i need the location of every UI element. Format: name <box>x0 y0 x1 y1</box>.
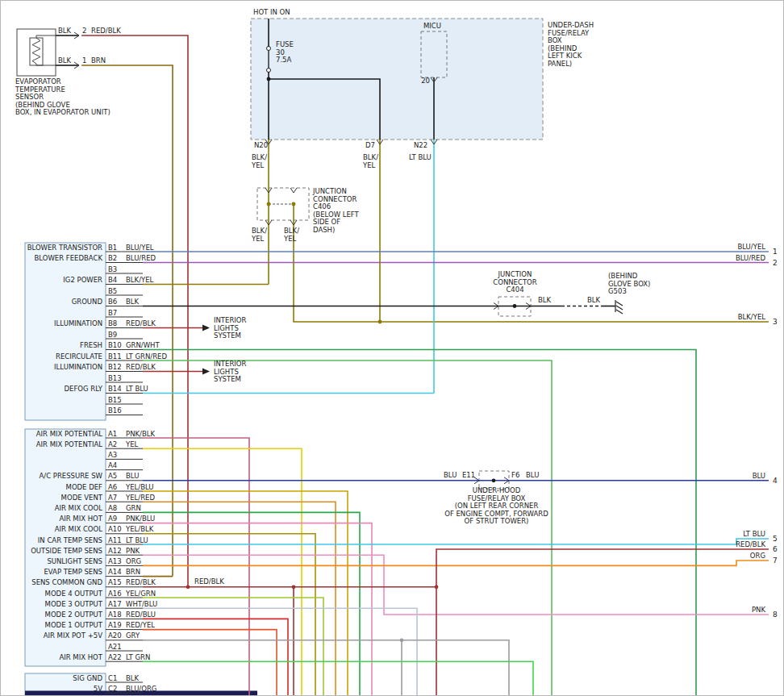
pin-function-label: 5V <box>94 685 102 693</box>
pin-wire-color: RED/YEL <box>126 621 155 629</box>
control-unit-connector-b <box>25 243 106 420</box>
pin-function-label: MODE VENT <box>61 494 103 502</box>
pin-function-label: SENS COMMON GND <box>31 578 102 586</box>
pin-number: A2 <box>108 440 117 448</box>
pin-wire-color: RED/BLK <box>126 363 156 371</box>
c404-wire-label-right: BLK <box>587 297 600 305</box>
pin-number: B7 <box>108 309 117 317</box>
pin-function-label: MODE 2 OUTPUT <box>45 611 103 619</box>
terminal-number: 8 <box>773 611 778 619</box>
pin-function-label: BLOWER FEEDBACK <box>34 254 102 262</box>
evaporator-sensor-label: EVAPORATOR TEMPERATURE SENSOR (BEHIND GL… <box>15 78 111 117</box>
ground-symbol-g503 <box>615 300 623 314</box>
pin-function-label: ILLUMINATION <box>54 363 102 371</box>
evap-pin2-harness-wire: RED/BLK <box>91 27 121 35</box>
wire-red-yel <box>143 630 277 696</box>
terminal-wire-label: ORG <box>750 552 765 560</box>
interior-lights-label-2: INTERIOR LIGHTS SYSTEM <box>214 361 246 384</box>
wire-yel-blk <box>143 534 315 696</box>
wire-pnk-blk <box>143 438 249 696</box>
pin-wire-color: GRN/WHT <box>126 341 161 349</box>
pin-number: B15 <box>108 396 122 404</box>
wire-red-blu <box>143 619 288 696</box>
pin-wire-color: BLK <box>126 674 140 682</box>
pin-wire-color: BLU/RED <box>126 254 156 262</box>
exit-wire-n22: LT BLU <box>409 154 432 162</box>
pin-function-label: IN CAR TEMP SENS <box>38 536 102 544</box>
evap-pin2-number: 2 <box>82 27 86 35</box>
exit-pin-n20: N20 <box>254 142 268 150</box>
pin-number: A6 <box>108 483 117 491</box>
pin-function-label: DEFOG RLY <box>65 385 103 393</box>
wire-lt-blu <box>143 539 769 544</box>
underhood-box-label: UNDER-HOOD FUSE/RELAY BOX (ON LEFT REAR … <box>414 487 579 526</box>
pin-function-label: IG2 POWER <box>63 276 102 284</box>
c406-exit-wire-2: BLK/ YEL <box>284 227 299 243</box>
junction-dot <box>378 320 382 324</box>
wire-org <box>143 561 769 565</box>
terminal-wire-label: RED/BLK <box>736 540 765 548</box>
interior-lights-arrow-1 <box>202 325 210 331</box>
connector-chevron-down-icon <box>290 188 297 193</box>
pin-wire-color: YEL/BLU <box>125 483 154 491</box>
pin-number: A8 <box>108 504 117 512</box>
junction-dot <box>267 202 271 206</box>
pin-number: A3 <box>108 451 117 459</box>
pin-number: B2 <box>108 254 117 262</box>
pin-number: B13 <box>108 374 122 382</box>
pin-wire-color: ORG <box>126 557 141 565</box>
interior-lights-label-1: INTERIOR LIGHTS SYSTEM <box>214 317 246 340</box>
pin-function-label: GROUND <box>72 298 103 306</box>
pin-wire-color: LT BLU <box>126 536 148 544</box>
pin-function-label: ILLUMINATION <box>54 319 102 327</box>
wire-yel-grn <box>143 598 323 696</box>
pin-wire-color: LT BLU <box>126 385 148 393</box>
pin-number: B11 <box>108 352 122 361</box>
pin-number: B6 <box>108 298 117 306</box>
terminal-number: 4 <box>773 477 778 485</box>
pin-function-label: A/C PRESSURE SW <box>39 472 102 480</box>
evap-pin1-number: 1 <box>82 57 86 65</box>
terminal-wire-label: BLK/YEL <box>738 313 766 321</box>
pin-wire-color: LT GRN/RED <box>126 352 167 361</box>
pin-number: C1 <box>108 674 117 682</box>
pin-wire-color: PNK <box>126 547 140 555</box>
wire-yel <box>143 448 302 696</box>
pin-number: A9 <box>108 515 117 523</box>
pin-function-label: AIR MIX POTENTIAL <box>36 440 103 448</box>
underdash-box-label: UNDER-DASH FUSE/RELAY BOX (BEHIND LEFT K… <box>548 22 594 69</box>
terminal-number: 1 <box>773 248 778 256</box>
pin-number: C2 <box>108 685 117 693</box>
junction-dot <box>435 585 439 589</box>
pin-number: B12 <box>108 363 122 371</box>
pin-function-label: AIR MIX POT +5V <box>44 631 103 640</box>
pin-number: A13 <box>108 557 122 565</box>
pin-wire-color: PNK/BLU <box>126 515 155 523</box>
wiring-diagram-canvas: B1BLU/YELBLOWER TRANSISTORB2BLU/REDBLOWE… <box>1 1 784 696</box>
wire-gry <box>143 640 509 696</box>
wire-pnk <box>143 555 769 615</box>
pin-number: A12 <box>108 547 122 555</box>
wire-wht-blu <box>143 608 417 696</box>
pin-function-label: AIR MIX COOL <box>55 525 103 533</box>
junction-c404-label: JUNCTION CONNECTOR C404 <box>485 271 545 294</box>
fuse-label: FUSE 30 7.5A <box>276 41 294 65</box>
junction-dot <box>292 585 296 589</box>
pin-number: A7 <box>108 494 117 502</box>
pin-number: A1 <box>108 430 117 438</box>
pin-number: A20 <box>108 631 122 640</box>
terminal-wire-label: LT BLU <box>743 530 765 538</box>
c404-wire-label-left: BLK <box>538 297 551 305</box>
pin-number: B8 <box>108 319 117 327</box>
pin-function-label: AIR MIX HOT <box>59 653 102 661</box>
pin-wire-color: BRN <box>126 568 140 576</box>
exit-wire-n20: BLK/ YEL <box>252 154 267 169</box>
exit-pin-n22: N22 <box>414 142 427 150</box>
wiring-diagram: B1BLU/YELBLOWER TRANSISTORB2BLU/REDBLOWE… <box>0 0 784 696</box>
pin-number: B10 <box>108 341 122 349</box>
thermistor-zigzag <box>32 38 40 65</box>
pin-function-label: SIG GND <box>73 674 102 682</box>
c406-exit-wire-1: BLK/ YEL <box>252 227 267 243</box>
wire-pnk-blu <box>143 523 372 696</box>
wire-yel-red <box>143 502 336 696</box>
